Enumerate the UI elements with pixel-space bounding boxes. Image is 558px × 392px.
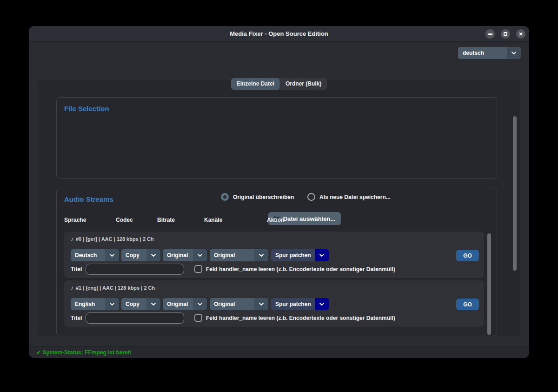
column-bitrate: Bitrate bbox=[157, 217, 175, 223]
titlebar: Media Fixer - Open Source Edition ✕ bbox=[29, 26, 529, 42]
chevron-down-icon bbox=[105, 249, 119, 261]
title-field-label: Titel bbox=[71, 266, 82, 272]
music-note-icon: ♪ bbox=[71, 285, 73, 291]
bitrate-dropdown[interactable]: Original bbox=[163, 249, 207, 261]
handler-name-checkbox-label: Feld handler_name leeren (z.b. Encoderte… bbox=[206, 315, 395, 321]
window-title: Media Fixer - Open Source Edition bbox=[29, 26, 529, 42]
codec-dropdown[interactable]: Copy bbox=[121, 298, 160, 310]
minimize-button[interactable] bbox=[485, 29, 495, 39]
chevron-down-icon bbox=[105, 298, 119, 310]
column-aktion: Aktion bbox=[267, 217, 284, 223]
audio-streams-title: Audio Streams bbox=[64, 195, 113, 203]
handler-name-checkbox-label: Feld handler_name leeren (z.b. Encoderte… bbox=[206, 266, 395, 272]
handler-name-checkbox[interactable] bbox=[194, 265, 202, 273]
maximize-icon bbox=[504, 32, 507, 36]
chevron-down-icon bbox=[146, 298, 160, 310]
mode-tabs: Einzelne Datei Ordner (Bulk) bbox=[231, 78, 327, 90]
chevron-down-icon bbox=[193, 298, 207, 310]
chevron-down-icon bbox=[254, 298, 268, 310]
maximize-button[interactable] bbox=[501, 29, 510, 39]
file-selection-title: File Selection bbox=[64, 105, 109, 113]
file-selection-section: File Selection Original überschreiben Al… bbox=[56, 97, 497, 179]
stream-info-text: #1 | [eng] | AAC | 128 kbps | 2 Ch bbox=[76, 285, 155, 291]
status-bar: ✔ System-Status: FFmpeg ist bereit bbox=[29, 346, 529, 358]
stream-row-0: ♪#0 | [ger] | AAC | 128 kbps | 2 Ch Deut… bbox=[64, 232, 484, 278]
window-controls: ✕ bbox=[485, 29, 525, 39]
title-input[interactable] bbox=[86, 312, 184, 324]
audio-streams-section: Audio Streams Sprache Codec Bitrate Kanä… bbox=[56, 188, 497, 336]
language-select-value: deutsch bbox=[458, 47, 507, 59]
title-field-label: Titel bbox=[71, 315, 82, 321]
chevron-down-icon bbox=[507, 47, 521, 59]
action-dropdown-value: Spur patchen bbox=[271, 298, 315, 310]
channels-dropdown-value: Original bbox=[210, 249, 254, 261]
channels-dropdown-value: Original bbox=[210, 298, 254, 310]
column-codec: Codec bbox=[116, 217, 133, 223]
go-button[interactable]: GO bbox=[456, 299, 479, 310]
action-dropdown-value: Spur patchen bbox=[271, 249, 315, 261]
stream-table-header: Sprache Codec Bitrate Kanäle Aktion bbox=[57, 217, 497, 223]
system-status: ✔ System-Status: FFmpeg ist bereit bbox=[36, 349, 131, 356]
stream-list-scrollbar[interactable] bbox=[487, 233, 491, 335]
channels-dropdown[interactable]: Original bbox=[210, 249, 268, 261]
music-note-icon: ♪ bbox=[71, 236, 73, 242]
main-scrollbar[interactable] bbox=[513, 116, 517, 271]
channels-dropdown[interactable]: Original bbox=[210, 298, 268, 310]
column-kanaele: Kanäle bbox=[204, 217, 222, 223]
chevron-down-icon bbox=[315, 298, 329, 310]
app-window: Media Fixer - Open Source Edition ✕ deut… bbox=[29, 26, 529, 358]
action-dropdown[interactable]: Spur patchen bbox=[271, 249, 329, 261]
language-select[interactable]: deutsch bbox=[458, 47, 521, 59]
handler-name-checkbox[interactable] bbox=[194, 314, 202, 322]
title-input[interactable] bbox=[86, 264, 184, 275]
chevron-down-icon bbox=[193, 249, 207, 261]
language-dropdown[interactable]: English bbox=[71, 298, 119, 310]
language-dropdown[interactable]: Deutsch bbox=[71, 249, 119, 261]
action-dropdown[interactable]: Spur patchen bbox=[271, 298, 329, 310]
tab-single-file[interactable]: Einzelne Datei bbox=[231, 78, 280, 90]
tab-folder-bulk[interactable]: Ordner (Bulk) bbox=[280, 78, 327, 90]
bitrate-dropdown[interactable]: Original bbox=[163, 298, 207, 310]
codec-dropdown-value: Copy bbox=[121, 298, 146, 310]
stream-info: ♪#1 | [eng] | AAC | 128 kbps | 2 Ch bbox=[71, 285, 155, 291]
language-dropdown-value: English bbox=[71, 298, 105, 310]
desktop-background: Media Fixer - Open Source Edition ✕ deut… bbox=[0, 0, 558, 392]
bitrate-dropdown-value: Original bbox=[163, 249, 193, 261]
codec-dropdown[interactable]: Copy bbox=[121, 249, 160, 261]
chevron-down-icon bbox=[146, 249, 160, 261]
codec-dropdown-value: Copy bbox=[121, 249, 146, 261]
minimize-icon bbox=[488, 33, 492, 35]
bitrate-dropdown-value: Original bbox=[163, 298, 193, 310]
stream-row-1: ♪#1 | [eng] | AAC | 128 kbps | 2 Ch Engl… bbox=[64, 280, 484, 327]
stream-info: ♪#0 | [ger] | AAC | 128 kbps | 2 Ch bbox=[71, 236, 154, 242]
check-icon: ✔ bbox=[36, 349, 41, 356]
column-sprache: Sprache bbox=[64, 217, 86, 223]
close-icon: ✕ bbox=[518, 32, 523, 37]
language-dropdown-value: Deutsch bbox=[71, 249, 105, 261]
chevron-down-icon bbox=[315, 249, 329, 261]
close-button[interactable]: ✕ bbox=[516, 29, 525, 39]
system-status-text: System-Status: FFmpeg ist bereit bbox=[42, 349, 131, 356]
chevron-down-icon bbox=[254, 249, 268, 261]
stream-info-text: #0 | [ger] | AAC | 128 kbps | 2 Ch bbox=[76, 236, 154, 242]
go-button[interactable]: GO bbox=[456, 250, 479, 261]
